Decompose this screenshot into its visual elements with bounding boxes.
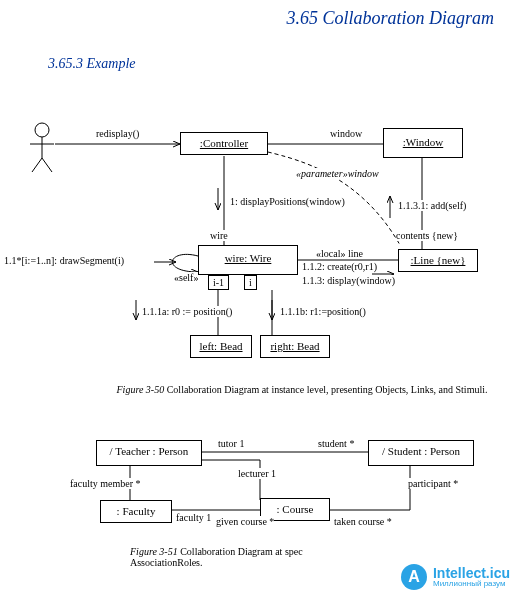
tutor-label: tutor 1 — [218, 438, 244, 449]
figure-2-number: Figure 3-51 — [130, 546, 178, 557]
display-positions-msg: 1: displayPositions(window) — [230, 196, 345, 207]
local-line-label: «local» line — [316, 248, 363, 259]
svg-line-3 — [32, 158, 42, 172]
display-msg: 1.1.3: display(window) — [302, 275, 395, 286]
add-msg: 1.1.3.1: add(self) — [398, 200, 466, 211]
watermark-sub: Миллионный разум — [433, 580, 510, 588]
redisplay-label: redisplay() — [96, 128, 139, 139]
figure-2-text-a: Collaboration Diagram at spec — [178, 546, 303, 557]
window-object: :Window — [383, 128, 463, 158]
qualifier-i-minus-1: i-1 — [208, 275, 229, 290]
controller-label: :Controller — [200, 137, 248, 149]
create-msg: 1.1.2: create(r0,r1) — [302, 261, 377, 272]
right-bead-label: right: Bead — [270, 340, 319, 352]
participant-label: participant * — [408, 478, 458, 489]
faculty-member-label: faculty member * — [70, 478, 141, 489]
r1-msg: 1.1.1b: r1:=position() — [280, 306, 366, 317]
figure-2-text-b: AssociationRoles. — [130, 557, 203, 568]
figure-2-caption: Figure 3-51 Collaboration Diagram at spe… — [130, 546, 390, 568]
diagram-canvas — [0, 0, 514, 592]
window-label: :Window — [403, 136, 444, 148]
draw-segment-msg: 1.1*[i:=1..n]: drawSegment(i) — [4, 255, 124, 266]
taken-course-label: taken course * — [334, 516, 392, 527]
svg-line-4 — [42, 158, 52, 172]
right-bead-object: right: Bead — [260, 335, 330, 358]
qualifier-i: i — [244, 275, 257, 290]
figure-1-caption: Figure 3-50 Collaboration Diagram at ins… — [112, 384, 492, 395]
section-subtitle: 3.65.3 Example — [48, 56, 135, 72]
line-object: :Line {new} — [398, 249, 478, 272]
figure-1-number: Figure 3-50 — [117, 384, 165, 395]
student-role: / Student : Person — [368, 440, 474, 466]
watermark-icon: A — [401, 564, 427, 590]
svg-point-0 — [35, 123, 49, 137]
controller-object: :Controller — [180, 132, 268, 155]
page-title: 3.65 Collaboration Diagram — [286, 8, 494, 29]
faculty-class: : Faculty — [100, 500, 172, 523]
left-bead-object: left: Bead — [190, 335, 252, 358]
self-label: «self» — [174, 272, 198, 283]
watermark-main: Intellect.icu — [433, 566, 510, 580]
student-mult-label: student * — [318, 438, 354, 449]
watermark: A Intellect.icu Миллионный разум — [397, 562, 514, 592]
given-course-label: given course * — [216, 516, 274, 527]
faculty-one-label: faculty 1 — [176, 512, 211, 523]
wire-label: wire: Wire — [225, 252, 272, 264]
wire-object: wire: Wire — [198, 245, 298, 275]
lecturer-label: lecturer 1 — [238, 468, 276, 479]
figure-1-text: Collaboration Diagram at instance level,… — [164, 384, 487, 395]
line-label: :Line {new} — [411, 254, 466, 266]
r0-msg: 1.1.1a: r0 := position() — [142, 306, 232, 317]
wire-assoc-label: wire — [210, 230, 228, 241]
contents-new-label: contents {new} — [396, 230, 458, 241]
left-bead-label: left: Bead — [199, 340, 242, 352]
window-assoc-label: window — [330, 128, 362, 139]
param-window-label: «parameter»window — [296, 168, 379, 179]
teacher-role: / Teacher : Person — [96, 440, 202, 466]
